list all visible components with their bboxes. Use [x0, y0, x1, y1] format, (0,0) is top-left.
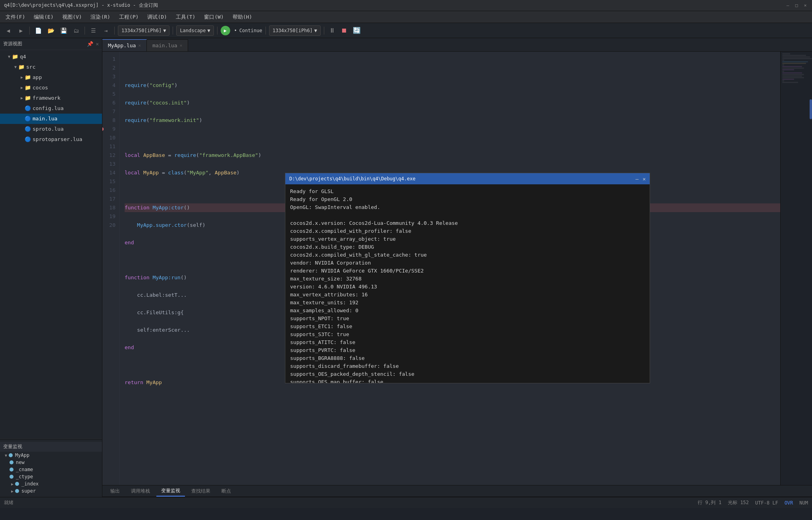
toolbar: ◀ ▶ 📄 📂 💾 🗂 ☰ ⇥ 1334x750[iPh6] ▼ Landsca…	[0, 23, 812, 38]
pause-button[interactable]: ⏸	[327, 26, 337, 35]
var-myapp[interactable]: ▼ MyApp	[0, 452, 102, 459]
debug-line-18: supports_ETC1: false	[290, 323, 645, 331]
debug-title-bar: D:\dev\projects\q4\build\bin\q4\Debug\q4…	[285, 173, 650, 184]
minimize-button[interactable]: —	[785, 3, 791, 8]
tab-main-close[interactable]: ✕	[180, 43, 183, 48]
debug-console: D:\dev\projects\q4\build\bin\q4\Debug\q4…	[285, 173, 650, 383]
restart-button[interactable]: 🔄	[351, 26, 362, 35]
indent-button[interactable]: ⇥	[101, 25, 111, 36]
ctype-label: _ctype	[16, 474, 33, 479]
play-button[interactable]: ▶	[221, 26, 230, 35]
stop-button[interactable]: ⏹	[339, 26, 349, 35]
pin-icon[interactable]: 📌	[87, 41, 93, 47]
config-file-icon: 🔵	[25, 104, 31, 113]
maximize-button[interactable]: □	[794, 3, 799, 8]
var-monitor-header: 变量监视	[0, 442, 102, 452]
menu-file[interactable]: 文件(F)	[2, 12, 29, 22]
debug-line-15: max_texture_units: 192	[290, 299, 645, 307]
tree-sprotoparser-lua[interactable]: 🔵 sprotoparser.lua	[0, 134, 102, 145]
bottom-tab-callstack[interactable]: 调用堆栈	[126, 486, 155, 496]
sproto-file-icon: 🔵	[25, 125, 31, 133]
debug-line-6: cocos2d.x.compiled_with_profiler: false	[290, 227, 645, 235]
debug-line-1: Ready for GLSL	[290, 188, 645, 195]
device-dropdown-left[interactable]: 1334x750[iPh6] ▼	[118, 25, 169, 36]
sidebar-lower: 变量监视 ▼ MyApp new _cname	[0, 439, 102, 497]
bottom-tab-findresult[interactable]: 查找结果	[187, 486, 215, 496]
menu-edit[interactable]: 编辑(E)	[30, 12, 57, 22]
menu-view[interactable]: 视图(V)	[58, 12, 86, 22]
status-bar: 就绪 行 9,列 1 光标 152 UTF-8 LF OVR NUM	[0, 497, 812, 508]
minimap-line-8	[782, 64, 784, 66]
var-super[interactable]: ▶ super	[0, 487, 102, 495]
debug-line-19: supports_S3TC: true	[290, 331, 645, 338]
minimap-line-11	[782, 69, 794, 70]
main-lua-label: main.lua	[33, 114, 58, 123]
tree-cocos[interactable]: ▶ 📁 cocos	[0, 83, 102, 93]
editor-area: MyApp.lua ✕ main.lua ✕ 1 2 3 4 5 6 7 8	[102, 38, 812, 497]
tab-main-label: main.lua	[152, 43, 177, 48]
bottom-tab-varmonitor[interactable]: 变量监视	[156, 486, 185, 497]
tree-framework[interactable]: ▶ 📁 framework	[0, 93, 102, 103]
framework-folder-icon: 📁	[25, 94, 31, 102]
tree-sproto-lua[interactable]: 🔵 sproto.lua	[0, 124, 102, 134]
close-button[interactable]: ✕	[802, 3, 808, 8]
minimap-line-3	[782, 56, 810, 58]
app-arrow: ▶	[19, 73, 25, 82]
debug-close-button[interactable]: ✕	[643, 176, 646, 182]
tab-myapp[interactable]: MyApp.lua ✕	[102, 39, 147, 51]
toolbar-separator-6	[266, 27, 266, 35]
debug-line-13: version: 4.6.0 NVIDIA 496.13	[290, 283, 645, 291]
save-all-button[interactable]: 🗂	[71, 25, 81, 36]
tree-root-q4[interactable]: ▼ 📁 q4	[0, 52, 102, 62]
menu-window[interactable]: 窗口(W)	[200, 12, 227, 22]
status-num: NUM	[799, 500, 808, 506]
var-index[interactable]: ▶ _index	[0, 480, 102, 487]
tree-src[interactable]: ▼ 📁 src	[0, 62, 102, 72]
bottom-tab-breakpoint[interactable]: 断点	[217, 486, 236, 496]
back-button[interactable]: ◀	[3, 25, 13, 36]
menu-tools[interactable]: 工具(T)	[172, 12, 199, 22]
code-editor[interactable]: 1 2 3 4 5 6 7 8 9 10 11 12 13 14	[102, 52, 812, 485]
minimap-line-15	[782, 75, 802, 77]
debug-line-4	[290, 211, 645, 219]
tab-myapp-close[interactable]: ✕	[138, 43, 141, 48]
menu-render[interactable]: 渲染(R)	[87, 12, 114, 22]
forward-button[interactable]: ▶	[16, 25, 26, 36]
tab-main[interactable]: main.lua ✕	[147, 39, 188, 51]
tree-main-lua[interactable]: 🔵 main.lua	[0, 114, 102, 124]
orientation-dropdown[interactable]: Landscape ▼	[176, 25, 214, 36]
debug-line-22: supports_BGRA8888: false	[290, 354, 645, 362]
status-left: 就绪	[4, 499, 13, 506]
status-ovr: OVR	[785, 500, 793, 506]
bottom-tab-output[interactable]: 输出	[106, 486, 125, 496]
code-line-20	[125, 396, 780, 404]
debug-minimize-button[interactable]: —	[635, 176, 639, 182]
title-bar-left: q4[D:\dev\projects\q4\q4.xsxproj] - x-st…	[4, 2, 158, 9]
menu-debug[interactable]: 调试(D)	[143, 12, 171, 22]
var-new[interactable]: new	[0, 459, 102, 466]
debug-line-7: supports_vertex_array_object: true	[290, 235, 645, 243]
index-label: _index	[21, 481, 38, 487]
framework-arrow: ▶	[19, 94, 25, 102]
debug-line-9: cocos2d.x.compiled_with_gl_state_cache: …	[290, 251, 645, 259]
line-numbers: 1 2 3 4 5 6 7 8 9 10 11 12 13 14	[102, 52, 120, 485]
open-file-button[interactable]: 📂	[46, 25, 56, 36]
super-label: super	[21, 488, 36, 494]
device-dropdown-right[interactable]: 1334x750[iPh6] ▼	[269, 25, 321, 36]
list-button[interactable]: ☰	[88, 25, 98, 36]
close-sidebar-icon[interactable]: ✕	[96, 41, 99, 47]
debug-content[interactable]: Ready for GLSL Ready for OpenGL 2.0 Open…	[285, 184, 650, 383]
title-bar-right: — □ ✕	[785, 3, 808, 8]
root-label: q4	[20, 52, 26, 61]
var-ctype[interactable]: _ctype	[0, 473, 102, 480]
minimap-scrollbar[interactable]	[810, 99, 812, 119]
menu-help[interactable]: 帮助(H)	[229, 12, 256, 22]
menu-project[interactable]: 工程(P)	[115, 12, 142, 22]
var-cname[interactable]: _cname	[0, 466, 102, 473]
tree-config-lua[interactable]: 🔵 config.lua	[0, 103, 102, 114]
save-file-button[interactable]: 💾	[58, 25, 69, 36]
new-file-button[interactable]: 📄	[33, 25, 43, 36]
toolbar-separator-2	[85, 27, 85, 35]
tree-app[interactable]: ▶ 📁 app	[0, 72, 102, 83]
status-right: 行 9,列 1 光标 152 UTF-8 LF OVR NUM	[698, 499, 808, 506]
